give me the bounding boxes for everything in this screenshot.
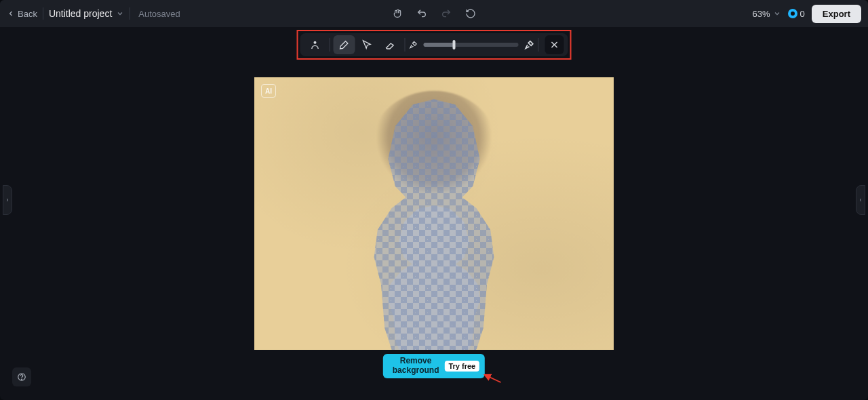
brush-size-thumb[interactable] (452, 40, 455, 49)
remove-background-cta[interactable]: Remove background Try free (383, 354, 485, 378)
separator (130, 7, 130, 20)
toolbar-highlight-box (297, 30, 572, 60)
cta-line1: Remove (393, 357, 439, 366)
zoom-dropdown[interactable]: 63% (753, 9, 781, 19)
project-name-dropdown[interactable]: Untitled project (49, 8, 124, 19)
annotation-arrow-icon (481, 372, 502, 385)
lasso-tool[interactable] (357, 35, 378, 54)
eraser-tool[interactable] (380, 35, 401, 54)
svg-point-0 (314, 41, 317, 44)
brush-small-icon (409, 40, 418, 49)
brush-tool[interactable] (334, 35, 355, 54)
credits-count: 0 (800, 9, 805, 19)
app-root: Back Untitled project Autosaved (0, 0, 868, 400)
export-button[interactable]: Export (812, 5, 861, 23)
cta-text: Remove background (393, 357, 439, 376)
credits-button[interactable]: 0 (788, 9, 805, 19)
credit-coin-icon (788, 9, 797, 18)
back-label: Back (18, 9, 37, 19)
zoom-label: 63% (753, 9, 770, 19)
cta-line2: background (393, 366, 439, 376)
chevron-left-icon (7, 9, 15, 18)
header-right: 63% 0 Export (753, 5, 861, 23)
svg-point-5 (22, 379, 22, 380)
selection-blue-overlay (346, 77, 522, 350)
undo-icon[interactable] (415, 7, 429, 20)
canvas-area: AI (0, 61, 868, 400)
separator (405, 38, 406, 52)
reset-icon[interactable] (464, 7, 477, 20)
back-button[interactable]: Back (7, 9, 37, 19)
image-canvas[interactable]: AI (254, 77, 614, 350)
help-icon (17, 372, 26, 382)
brush-size-slider[interactable] (424, 43, 519, 47)
separator (43, 7, 43, 20)
header-left: Back Untitled project Autosaved (7, 7, 180, 20)
chevron-down-icon (773, 9, 781, 18)
person-select-tool[interactable] (304, 35, 326, 54)
hand-pan-icon[interactable] (391, 7, 404, 20)
brush-size-fill (424, 43, 454, 47)
help-button[interactable] (12, 367, 31, 386)
separator (538, 38, 539, 52)
try-free-badge: Try free (444, 361, 479, 372)
close-toolbar-button[interactable] (545, 35, 564, 54)
autosaved-status: Autosaved (138, 9, 180, 19)
chevron-down-icon (116, 9, 124, 18)
project-name: Untitled project (49, 8, 112, 19)
brush-large-icon (524, 39, 535, 50)
svg-line-3 (485, 375, 501, 382)
ai-badge: AI (261, 84, 276, 98)
separator (330, 38, 330, 52)
subject-figure (346, 77, 522, 350)
header-center (391, 0, 477, 27)
header-bar: Back Untitled project Autosaved (0, 0, 868, 27)
redo-icon[interactable] (439, 7, 453, 20)
selection-toolbar (300, 33, 568, 56)
